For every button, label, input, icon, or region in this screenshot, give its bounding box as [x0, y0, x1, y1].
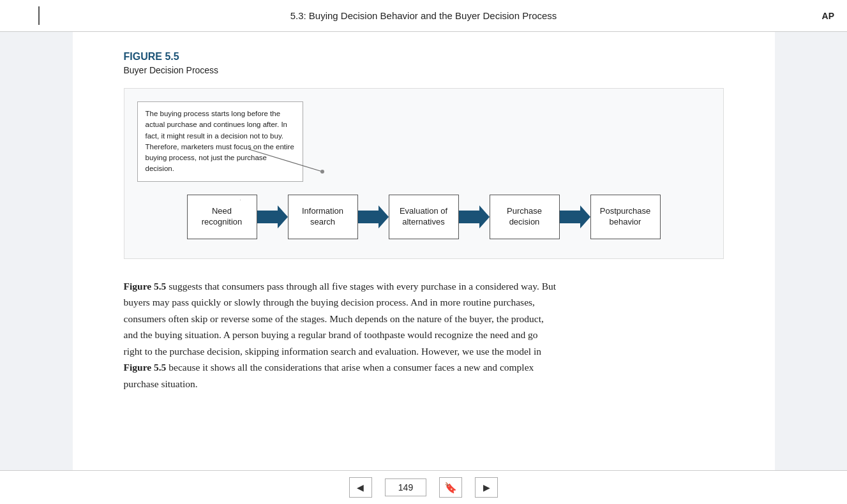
step4-label: Purchasedecision: [507, 206, 542, 228]
bookmark-icon: 🔖: [444, 482, 457, 494]
svg-marker-2: [257, 205, 288, 228]
svg-point-1: [320, 170, 324, 174]
header-divider: [38, 6, 40, 25]
step-evaluation-of-alternatives: Evaluation ofalternatives: [389, 195, 459, 239]
body-paragraph: Figure 5.5 suggests that consumers pass …: [124, 278, 558, 392]
body-bold-figure-ref-2: Figure 5.5: [124, 362, 167, 373]
step2-label: Informationsearch: [302, 206, 343, 228]
prev-page-button[interactable]: ◀: [349, 477, 372, 498]
callout-text: The buying process starts long before th…: [146, 110, 294, 172]
next-page-button[interactable]: ▶: [475, 477, 498, 498]
page-number-display: 149: [385, 478, 426, 496]
diagram-container: The buying process starts long before th…: [124, 88, 724, 259]
body-text-2: because it shows all the considerations …: [124, 362, 534, 389]
callout-box: The buying process starts long before th…: [137, 101, 303, 182]
next-icon: ▶: [483, 482, 490, 493]
header: 5.3: Buying Decision Behavior and the Bu…: [0, 0, 847, 32]
step3-label: Evaluation ofalternatives: [400, 206, 447, 228]
figure-label: FIGURE 5.5: [124, 51, 724, 63]
arrow-1: [257, 205, 288, 228]
footer: ◀ 149 🔖 ▶: [0, 470, 847, 504]
arrow-2: [358, 205, 389, 228]
step-postpurchase-behavior: Postpurchasebehavior: [590, 195, 661, 239]
header-ap-label: AP: [822, 11, 834, 21]
arrow-4: [560, 205, 590, 228]
prev-icon: ◀: [357, 482, 364, 493]
step-purchase-decision: Purchasedecision: [490, 195, 560, 239]
step5-label: Postpurchasebehavior: [600, 206, 651, 228]
step1-label: Needrecognition: [202, 206, 243, 228]
body-text-1: suggests that consumers pass through all…: [124, 281, 557, 357]
arrow-3: [459, 205, 490, 228]
main-content: FIGURE 5.5 Buyer Decision Process The bu…: [73, 32, 775, 470]
process-flow: Needrecognition Informationsearch Eval: [137, 195, 710, 239]
body-bold-figure-ref-1: Figure 5.5: [124, 281, 167, 292]
svg-marker-3: [358, 205, 389, 228]
figure-caption: Buyer Decision Process: [124, 65, 724, 75]
step-information-search: Informationsearch: [288, 195, 358, 239]
svg-marker-4: [459, 205, 490, 228]
svg-marker-5: [560, 205, 590, 228]
step-need-recognition: Needrecognition: [187, 195, 257, 239]
bookmark-button[interactable]: 🔖: [439, 477, 462, 498]
header-title: 5.3: Buying Decision Behavior and the Bu…: [290, 10, 557, 21]
